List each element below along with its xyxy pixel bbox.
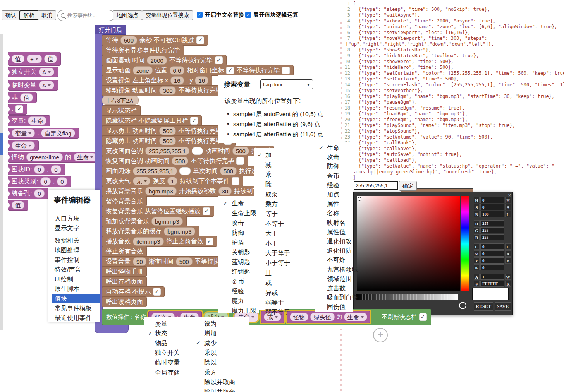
statement-block[interactable]: 设置视角 左上角坐标 x16, y16	[102, 75, 212, 86]
checkbox-field[interactable]: ✓	[153, 288, 161, 296]
value-field[interactable]: 6,6	[170, 66, 185, 75]
sidebar-item-5[interactable]: 事件控制	[52, 255, 100, 265]
json-code-editor[interactable]: 1[2 {"type": "sleep", "time": 500, "noSk…	[344, 1, 564, 181]
statement-block[interactable]: 停止所有音效	[102, 246, 147, 257]
checkbox-field[interactable]	[282, 67, 290, 74]
menu-item[interactable]: 等于	[254, 209, 289, 219]
value-field[interactable]: 值	[12, 201, 24, 209]
value-field[interactable]: 自定义flag	[41, 129, 75, 137]
picker-field-input[interactable]: 1	[480, 274, 504, 280]
statement-block[interactable]: 画面震动 时间2000不等待执行完毕✓	[102, 55, 227, 66]
value-field[interactable]: 0	[40, 177, 50, 186]
menu-item[interactable]: 减	[254, 160, 289, 169]
menu-item[interactable]: 属性	[315, 199, 353, 209]
value-field[interactable]: 500	[172, 157, 188, 165]
grayscale-slider[interactable]	[356, 294, 458, 300]
value-field[interactable]: zone	[133, 66, 153, 75]
sidebar-item-8[interactable]: 原生脚本	[52, 284, 100, 294]
value-field[interactable]: 500	[232, 147, 249, 155]
color-confirm-button[interactable]: 确定	[399, 181, 417, 191]
statement-block[interactable]: 播放背景音乐bgm.mp3开始播放秒数30持续到下个本	[102, 186, 275, 197]
value-socket[interactable]: 值	[12, 55, 24, 63]
dropdown-field[interactable]: 变量	[12, 129, 35, 137]
slider-handle[interactable]	[459, 302, 466, 309]
picker-field-input[interactable]: 255	[480, 234, 504, 240]
menu-item[interactable]: 乘以	[191, 348, 249, 358]
statement-block[interactable]: 更改画面色调255,255,255,1动画时间500持续到	[102, 146, 274, 156]
value-field[interactable]: 500	[159, 137, 176, 145]
value-field[interactable]: 500	[120, 36, 137, 45]
menu-item[interactable]: 除以并取商	[191, 377, 249, 387]
value-field[interactable]: 500	[220, 167, 237, 175]
menu-item[interactable]: 大于	[254, 229, 289, 238]
value-socket[interactable]: 值	[44, 55, 57, 63]
menu-item[interactable]: 除以	[191, 358, 249, 367]
picker-mode-button[interactable]: S	[505, 204, 511, 210]
menu-item[interactable]: 防御	[315, 162, 353, 171]
value-socket[interactable]: 值	[20, 93, 33, 102]
statement-block[interactable]: 释放背景音乐的缓存bgm.mp3	[102, 226, 199, 237]
statement-block[interactable]: 上右3下2左	[102, 95, 139, 105]
value-field[interactable]: bgm.mp3	[164, 227, 195, 236]
menu-item[interactable]: 且	[254, 268, 289, 278]
picker-field-input[interactable]: 100	[480, 211, 504, 217]
picker-field-input[interactable]: 0	[480, 243, 504, 250]
picker-field-input[interactable]: 0	[480, 197, 504, 203]
picker-mode-button[interactable]: b	[505, 257, 511, 264]
value-field[interactable]: 生命	[28, 116, 46, 125]
statement-block[interactable]: 预加载背景音乐bgm.mp3	[102, 216, 187, 227]
statement-block[interactable]: 呼出怪物手册	[102, 266, 147, 277]
menu-item[interactable]: 红钥匙	[218, 267, 259, 276]
menu-item[interactable]: 固伤值	[315, 302, 353, 312]
menu-item[interactable]: 除以并取余	[191, 387, 249, 392]
statement-block[interactable]: 移动视角 动画时间300不等待执行完毕	[102, 85, 236, 96]
statement-block[interactable]: 恢复画面色调 动画时间500不等待执行完毕	[102, 156, 248, 166]
value-field[interactable]: bgm.mp3	[145, 187, 177, 195]
saturation-brightness-area[interactable]	[357, 196, 460, 291]
previous-color-swatch[interactable]	[472, 288, 490, 300]
checkbox-field[interactable]: ✓	[15, 105, 23, 113]
hue-slider[interactable]	[461, 196, 469, 291]
menu-item[interactable]: 退化扣防	[315, 246, 353, 255]
menu-item[interactable]: 弱等于	[254, 298, 289, 307]
palette-block[interactable]: 变量:自定义flag	[8, 128, 79, 139]
statement-block[interactable]: 隐藏状态栏 不隐藏竖屏工具栏✓	[102, 115, 202, 126]
menu-item[interactable]: 退化扣攻	[315, 237, 353, 246]
menu-item[interactable]: ✓减少	[191, 338, 249, 348]
dropdown-field[interactable]: 生命	[12, 141, 35, 150]
toolbox-scrollbar-track[interactable]	[0, 34, 3, 330]
palette-block[interactable]: 值+值	[8, 52, 61, 66]
value-field[interactable]: 90	[133, 257, 146, 266]
menu-item[interactable]: 异或	[254, 288, 289, 298]
enemy-name-field[interactable]: 绿头怪	[310, 313, 335, 321]
expand-logic-checkbox[interactable]: ✓	[245, 12, 251, 18]
checkbox-field[interactable]	[232, 177, 239, 185]
sidebar-item-2[interactable]: 显示文字	[52, 223, 100, 233]
color-swatch-field[interactable]	[192, 147, 203, 155]
sidebar-item-9[interactable]: 值块	[52, 294, 100, 303]
menu-item[interactable]: 取余	[254, 190, 289, 199]
zoom-in-icon[interactable]: +	[373, 328, 388, 342]
statement-block[interactable]: 显示动画zone位置6,6相对窗口坐标✓不等待执行完毕	[102, 65, 294, 76]
menu-item[interactable]: 生命上限	[218, 208, 259, 218]
value-field[interactable]: 16	[195, 76, 208, 85]
statement-block[interactable]: 呼出读档页面	[102, 296, 147, 307]
dropdown-field[interactable]: A	[39, 68, 54, 76]
palette-block[interactable]: 图块类别:0,0	[8, 176, 71, 187]
menu-item[interactable]: 小于	[254, 239, 289, 248]
checkbox-field[interactable]: ✓	[206, 238, 213, 245]
picker-field-input[interactable]: 0	[480, 257, 504, 264]
checkbox-field[interactable]: ✓	[190, 117, 198, 125]
menu-item[interactable]: 金币	[315, 171, 353, 181]
checkbox-field[interactable]: ✓	[419, 313, 427, 321]
save-button[interactable]: SAVE	[495, 302, 511, 311]
menu-item[interactable]: 经验	[315, 181, 353, 190]
palette-block[interactable]: 非值	[8, 92, 37, 103]
palette-block[interactable]: 临时变量A	[8, 80, 58, 91]
sidebar-item-4[interactable]: 地图处理	[52, 245, 100, 255]
palette-block[interactable]: 独立开关A	[8, 67, 58, 77]
variable-select[interactable]: flag:door ▼	[260, 79, 313, 89]
picker-mode-button[interactable]: W	[505, 274, 511, 280]
menu-item[interactable]: 属性值	[315, 228, 353, 237]
picker-mode-button[interactable]: L	[505, 243, 511, 250]
